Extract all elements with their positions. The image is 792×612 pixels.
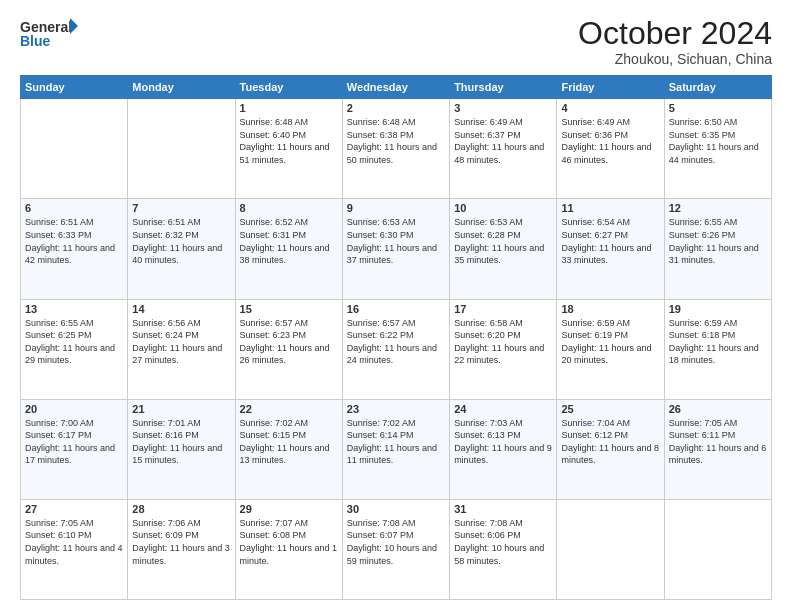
- table-row: 12Sunrise: 6:55 AM Sunset: 6:26 PM Dayli…: [664, 199, 771, 299]
- day-number: 17: [454, 303, 552, 315]
- location: Zhoukou, Sichuan, China: [578, 51, 772, 67]
- col-wednesday: Wednesday: [342, 76, 449, 99]
- day-number: 3: [454, 102, 552, 114]
- table-row: 17Sunrise: 6:58 AM Sunset: 6:20 PM Dayli…: [450, 299, 557, 399]
- day-number: 2: [347, 102, 445, 114]
- day-info: Sunrise: 7:04 AM Sunset: 6:12 PM Dayligh…: [561, 417, 659, 467]
- day-info: Sunrise: 6:56 AM Sunset: 6:24 PM Dayligh…: [132, 317, 230, 367]
- day-number: 19: [669, 303, 767, 315]
- day-info: Sunrise: 6:50 AM Sunset: 6:35 PM Dayligh…: [669, 116, 767, 166]
- table-row: 14Sunrise: 6:56 AM Sunset: 6:24 PM Dayli…: [128, 299, 235, 399]
- day-number: 7: [132, 202, 230, 214]
- day-number: 22: [240, 403, 338, 415]
- month-title: October 2024: [578, 16, 772, 51]
- day-number: 26: [669, 403, 767, 415]
- day-number: 1: [240, 102, 338, 114]
- day-info: Sunrise: 7:06 AM Sunset: 6:09 PM Dayligh…: [132, 517, 230, 567]
- day-info: Sunrise: 6:57 AM Sunset: 6:23 PM Dayligh…: [240, 317, 338, 367]
- day-number: 4: [561, 102, 659, 114]
- day-info: Sunrise: 6:59 AM Sunset: 6:19 PM Dayligh…: [561, 317, 659, 367]
- day-info: Sunrise: 6:48 AM Sunset: 6:40 PM Dayligh…: [240, 116, 338, 166]
- page: GeneralBlue October 2024 Zhoukou, Sichua…: [0, 0, 792, 612]
- table-row: 27Sunrise: 7:05 AM Sunset: 6:10 PM Dayli…: [21, 499, 128, 599]
- day-info: Sunrise: 6:51 AM Sunset: 6:32 PM Dayligh…: [132, 216, 230, 266]
- day-number: 8: [240, 202, 338, 214]
- day-number: 23: [347, 403, 445, 415]
- calendar-header-row: Sunday Monday Tuesday Wednesday Thursday…: [21, 76, 772, 99]
- day-number: 11: [561, 202, 659, 214]
- table-row: 26Sunrise: 7:05 AM Sunset: 6:11 PM Dayli…: [664, 399, 771, 499]
- day-info: Sunrise: 6:49 AM Sunset: 6:37 PM Dayligh…: [454, 116, 552, 166]
- day-info: Sunrise: 6:55 AM Sunset: 6:25 PM Dayligh…: [25, 317, 123, 367]
- table-row: 15Sunrise: 6:57 AM Sunset: 6:23 PM Dayli…: [235, 299, 342, 399]
- day-number: 9: [347, 202, 445, 214]
- calendar-week-row: 1Sunrise: 6:48 AM Sunset: 6:40 PM Daylig…: [21, 99, 772, 199]
- day-number: 21: [132, 403, 230, 415]
- day-info: Sunrise: 6:52 AM Sunset: 6:31 PM Dayligh…: [240, 216, 338, 266]
- day-info: Sunrise: 7:02 AM Sunset: 6:14 PM Dayligh…: [347, 417, 445, 467]
- day-number: 16: [347, 303, 445, 315]
- table-row: 29Sunrise: 7:07 AM Sunset: 6:08 PM Dayli…: [235, 499, 342, 599]
- table-row: [664, 499, 771, 599]
- day-info: Sunrise: 6:54 AM Sunset: 6:27 PM Dayligh…: [561, 216, 659, 266]
- svg-text:Blue: Blue: [20, 33, 51, 49]
- calendar-week-row: 20Sunrise: 7:00 AM Sunset: 6:17 PM Dayli…: [21, 399, 772, 499]
- day-info: Sunrise: 7:07 AM Sunset: 6:08 PM Dayligh…: [240, 517, 338, 567]
- day-number: 12: [669, 202, 767, 214]
- day-info: Sunrise: 6:53 AM Sunset: 6:28 PM Dayligh…: [454, 216, 552, 266]
- table-row: 30Sunrise: 7:08 AM Sunset: 6:07 PM Dayli…: [342, 499, 449, 599]
- logo: GeneralBlue: [20, 16, 80, 52]
- table-row: 19Sunrise: 6:59 AM Sunset: 6:18 PM Dayli…: [664, 299, 771, 399]
- table-row: 4Sunrise: 6:49 AM Sunset: 6:36 PM Daylig…: [557, 99, 664, 199]
- calendar-week-row: 27Sunrise: 7:05 AM Sunset: 6:10 PM Dayli…: [21, 499, 772, 599]
- day-info: Sunrise: 6:58 AM Sunset: 6:20 PM Dayligh…: [454, 317, 552, 367]
- table-row: 2Sunrise: 6:48 AM Sunset: 6:38 PM Daylig…: [342, 99, 449, 199]
- col-saturday: Saturday: [664, 76, 771, 99]
- day-info: Sunrise: 7:08 AM Sunset: 6:07 PM Dayligh…: [347, 517, 445, 567]
- table-row: 18Sunrise: 6:59 AM Sunset: 6:19 PM Dayli…: [557, 299, 664, 399]
- day-number: 18: [561, 303, 659, 315]
- table-row: 31Sunrise: 7:08 AM Sunset: 6:06 PM Dayli…: [450, 499, 557, 599]
- day-info: Sunrise: 7:00 AM Sunset: 6:17 PM Dayligh…: [25, 417, 123, 467]
- table-row: 5Sunrise: 6:50 AM Sunset: 6:35 PM Daylig…: [664, 99, 771, 199]
- table-row: 24Sunrise: 7:03 AM Sunset: 6:13 PM Dayli…: [450, 399, 557, 499]
- table-row: 22Sunrise: 7:02 AM Sunset: 6:15 PM Dayli…: [235, 399, 342, 499]
- col-sunday: Sunday: [21, 76, 128, 99]
- table-row: 23Sunrise: 7:02 AM Sunset: 6:14 PM Dayli…: [342, 399, 449, 499]
- day-info: Sunrise: 6:49 AM Sunset: 6:36 PM Dayligh…: [561, 116, 659, 166]
- day-info: Sunrise: 7:03 AM Sunset: 6:13 PM Dayligh…: [454, 417, 552, 467]
- day-info: Sunrise: 7:08 AM Sunset: 6:06 PM Dayligh…: [454, 517, 552, 567]
- table-row: 13Sunrise: 6:55 AM Sunset: 6:25 PM Dayli…: [21, 299, 128, 399]
- day-number: 13: [25, 303, 123, 315]
- table-row: 10Sunrise: 6:53 AM Sunset: 6:28 PM Dayli…: [450, 199, 557, 299]
- table-row: 7Sunrise: 6:51 AM Sunset: 6:32 PM Daylig…: [128, 199, 235, 299]
- col-thursday: Thursday: [450, 76, 557, 99]
- day-number: 20: [25, 403, 123, 415]
- day-info: Sunrise: 7:05 AM Sunset: 6:11 PM Dayligh…: [669, 417, 767, 467]
- day-number: 5: [669, 102, 767, 114]
- day-number: 6: [25, 202, 123, 214]
- calendar-week-row: 6Sunrise: 6:51 AM Sunset: 6:33 PM Daylig…: [21, 199, 772, 299]
- table-row: 11Sunrise: 6:54 AM Sunset: 6:27 PM Dayli…: [557, 199, 664, 299]
- table-row: 16Sunrise: 6:57 AM Sunset: 6:22 PM Dayli…: [342, 299, 449, 399]
- col-friday: Friday: [557, 76, 664, 99]
- table-row: 6Sunrise: 6:51 AM Sunset: 6:33 PM Daylig…: [21, 199, 128, 299]
- day-info: Sunrise: 7:01 AM Sunset: 6:16 PM Dayligh…: [132, 417, 230, 467]
- table-row: [128, 99, 235, 199]
- table-row: 20Sunrise: 7:00 AM Sunset: 6:17 PM Dayli…: [21, 399, 128, 499]
- day-number: 31: [454, 503, 552, 515]
- table-row: 9Sunrise: 6:53 AM Sunset: 6:30 PM Daylig…: [342, 199, 449, 299]
- table-row: 21Sunrise: 7:01 AM Sunset: 6:16 PM Dayli…: [128, 399, 235, 499]
- title-block: October 2024 Zhoukou, Sichuan, China: [578, 16, 772, 67]
- day-number: 14: [132, 303, 230, 315]
- day-info: Sunrise: 7:02 AM Sunset: 6:15 PM Dayligh…: [240, 417, 338, 467]
- day-number: 30: [347, 503, 445, 515]
- day-info: Sunrise: 6:48 AM Sunset: 6:38 PM Dayligh…: [347, 116, 445, 166]
- day-info: Sunrise: 6:51 AM Sunset: 6:33 PM Dayligh…: [25, 216, 123, 266]
- day-info: Sunrise: 6:59 AM Sunset: 6:18 PM Dayligh…: [669, 317, 767, 367]
- table-row: 8Sunrise: 6:52 AM Sunset: 6:31 PM Daylig…: [235, 199, 342, 299]
- table-row: 1Sunrise: 6:48 AM Sunset: 6:40 PM Daylig…: [235, 99, 342, 199]
- col-monday: Monday: [128, 76, 235, 99]
- col-tuesday: Tuesday: [235, 76, 342, 99]
- day-number: 10: [454, 202, 552, 214]
